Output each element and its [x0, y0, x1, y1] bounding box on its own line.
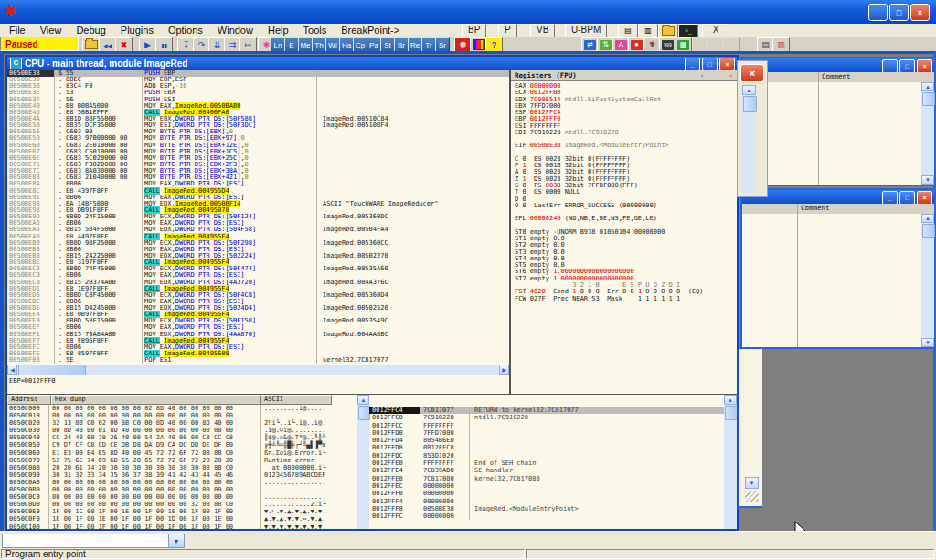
stack-scroll-thumb[interactable]: [725, 406, 737, 420]
stack-row[interactable]: 0012FFF80050BE38ImageRed.<ModuleEntryPoi…: [369, 505, 724, 512]
stack-pane[interactable]: 0012FFC47C817077RETURN to kernel32.7C817…: [369, 395, 724, 529]
dump-header-hex[interactable]: Hex dump: [51, 395, 261, 405]
menu-item-window[interactable]: Window: [210, 25, 261, 36]
menu-item-file[interactable]: File: [2, 25, 33, 36]
dump-row[interactable]: 0050C0A000 00 00 00 00 00 00 00 00 00 00…: [7, 479, 357, 486]
disasm-row[interactable]: 0050BE83.C683 21040000 00MOV BYTE PTR DS…: [7, 174, 509, 181]
dump-row[interactable]: 0050C0E01F 00 1C 00 1F 00 1E 00 1F 00 1E…: [7, 508, 357, 515]
disasm-row[interactable]: 0050BE3E.53PUSH EBX: [7, 90, 509, 96]
stack-row[interactable]: 0012FFE47C839AD8SE handler: [369, 467, 724, 474]
register-line[interactable]: T 0 GS 0000 NULL: [515, 189, 737, 195]
dump-row[interactable]: 0050C08020 20 61 74 20 30 30 30 30 30 30…: [7, 464, 357, 471]
stack-row[interactable]: 0012FFD80012FFC8: [369, 444, 724, 451]
stack-row[interactable]: 0012FFD07FFD7000: [369, 429, 724, 437]
title-bar[interactable]: ✱ _ □ ×: [0, 0, 936, 24]
scroll-up-icon[interactable]: ▲: [742, 85, 756, 95]
menu-item-tools[interactable]: Tools: [296, 25, 335, 36]
restart-button[interactable]: ◀◀: [99, 37, 116, 52]
run-button[interactable]: ▶: [139, 37, 156, 52]
scroll-up-icon[interactable]: ▲: [921, 214, 934, 223]
open-file-button[interactable]: [82, 37, 100, 52]
panel1-scroll-thumb[interactable]: [922, 92, 935, 106]
panel1-maximize-button[interactable]: □: [899, 59, 915, 73]
panel1-close-button[interactable]: ×: [917, 59, 932, 73]
menu-item-help[interactable]: Help: [261, 25, 296, 36]
panel2-maximize-button[interactable]: □: [899, 191, 915, 205]
pane-button-th[interactable]: Th: [312, 37, 326, 52]
register-line[interactable]: O 0 LastErr ERROR_SUCCESS (00000000): [515, 203, 737, 209]
panel2-minimize-button[interactable]: _: [882, 191, 898, 205]
dump-row[interactable]: 0050C00000 00 00 00 00 00 00 00 02 8D 40…: [7, 405, 357, 412]
plugin-window-button[interactable]: ▦: [675, 37, 692, 52]
resize-grip[interactable]: [745, 491, 759, 502]
panel2-close-button[interactable]: ×: [917, 191, 932, 205]
disasm-row[interactable]: 0050BEB0.8B0D 98F25000MOV ECX,DWORD PTR …: [7, 240, 509, 247]
pane-button-br[interactable]: Br: [394, 37, 409, 52]
panel1-scrollbar[interactable]: ▲ ▼: [921, 82, 934, 185]
toolbar-blank-button-3[interactable]: [723, 37, 740, 52]
pane-button-ln[interactable]: Ln: [271, 37, 285, 52]
pane-button-re[interactable]: Re: [408, 37, 422, 52]
disasm-row[interactable]: 0050BE38$55PUSH EBP: [7, 70, 509, 77]
cpu-maximize-button[interactable]: □: [702, 58, 718, 71]
dump-row[interactable]: 0050C07052 75 6E 74 69 6D 65 20 65 72 72…: [7, 457, 357, 464]
dump-header-address[interactable]: Address: [7, 395, 51, 405]
scroll-up-icon[interactable]: ▲: [357, 395, 369, 405]
pane-button-wi[interactable]: Wi: [325, 37, 340, 52]
pause-button[interactable]: ▮▮: [155, 37, 173, 52]
menu-item-breakpoint[interactable]: BreakPoint->: [334, 25, 407, 36]
minimize-button[interactable]: _: [868, 4, 888, 21]
log-icon[interactable]: ▥: [638, 24, 658, 37]
stack-row[interactable]: 0012FFC87C910228ntdll.7C910228: [369, 414, 724, 421]
menu-button-p[interactable]: P: [498, 24, 517, 37]
dump-row[interactable]: 0050C0B000 00 00 00 00 00 00 00 00 00 00…: [7, 486, 357, 493]
stack-row[interactable]: 0012FFD48054B6ED: [369, 437, 724, 444]
dump-row[interactable]: 0050C060E1 E3 00 E4 E5 8D 40 00 45 72 72…: [7, 449, 357, 457]
notepad-icon[interactable]: ▤: [618, 24, 638, 37]
console-icon[interactable]: >_: [678, 24, 698, 37]
help-button[interactable]: ?: [485, 37, 503, 52]
pane-button-me[interactable]: Me: [298, 37, 313, 52]
cpu-title-bar[interactable]: C CPU - main thread, module ImageRed _ □…: [7, 57, 737, 70]
disasm-row[interactable]: 0050BEC3.8B0D 74F45000MOV ECX,DWORD PTR …: [7, 266, 509, 272]
close-button[interactable]: ×: [910, 4, 930, 21]
strip-close-button[interactable]: ×: [740, 64, 764, 82]
dump-row[interactable]: 0050C050C9 D7 CF C8 CD CE DB D8 DA D9 CA…: [7, 441, 357, 449]
scroll-up-icon[interactable]: ▲: [921, 82, 934, 91]
register-line[interactable]: EFL 00000246 (NO,NB,E,BE,NS,PE,GE,LE): [515, 216, 737, 222]
menu-close-button[interactable]: X: [702, 24, 729, 37]
cpu-minimize-button[interactable]: _: [685, 58, 700, 71]
disasm-row[interactable]: 0050BF03.5EPOP ESIkernel32.7C817077: [7, 357, 509, 364]
disasm-row[interactable]: 0050BE3B.83C4 F0ADD ESP,-10: [7, 83, 509, 90]
disasm-hscrollbar[interactable]: ◀ ▶: [7, 365, 509, 375]
menu-button-bp[interactable]: BP: [462, 24, 486, 37]
comment-window-2-title-bar[interactable]: _ □ ×: [742, 190, 934, 204]
register-line[interactable]: EIP 0050BE38 ImageRed.<ModuleEntryPoint>: [515, 143, 737, 149]
disasm-row[interactable]: 0050BEF7.E8 F896F8FFCALL ImageRed.004955…: [7, 338, 509, 344]
stack-row[interactable]: 0012FFE87C817080kernel32.7C817080: [369, 475, 724, 482]
panel2-scrollbar[interactable]: ▲ ▼: [921, 214, 934, 347]
pane-button-e[interactable]: E: [284, 37, 299, 52]
scroll-right-icon[interactable]: ▶: [499, 365, 509, 375]
disasm-row[interactable]: 0050BE8C.E8 4397F8FFCALL ImageRed.004955…: [7, 188, 509, 195]
dump-row[interactable]: 0050C1001F 00 1F 00 1F 00 1F 00 1F 00 1F…: [7, 523, 357, 530]
disasm-row[interactable]: 0050BED6.8B0D C8F45000MOV ECX,DWORD PTR …: [7, 292, 509, 299]
dump-row[interactable]: 0050C0D000 00 00 00 00 00 00 00 00 00 00…: [7, 501, 357, 508]
stack-row[interactable]: 0012FFF400000000: [369, 498, 724, 505]
dump-row[interactable]: 0050C09030 31 32 33 34 35 36 37 38 39 41…: [7, 471, 357, 479]
menu-item-view[interactable]: View: [33, 25, 69, 36]
disassembly-pane[interactable]: 0050BE38$55PUSH EBP0050BE39.8BECMOV EBP,…: [7, 70, 509, 365]
stack-row[interactable]: 0012FFCCFFFFFFFF: [369, 422, 724, 429]
memory-dump-pane[interactable]: 0050C00000 00 00 00 00 00 00 00 02 8D 40…: [7, 405, 357, 529]
menu-item-debug[interactable]: Debug: [69, 25, 112, 36]
command-combobox[interactable]: ▼: [2, 534, 185, 548]
dump-row[interactable]: 0050C01000 00 00 00 00 00 00 00 00 00 00…: [7, 412, 357, 419]
scroll-up-icon[interactable]: ▲: [724, 395, 737, 405]
menu-item-plugins[interactable]: Plugins: [113, 25, 161, 36]
stack-row[interactable]: 0012FFDC853D1020: [369, 452, 724, 460]
comment-window-2-body[interactable]: [742, 214, 921, 347]
close-process-button[interactable]: ✖: [115, 37, 133, 52]
stack-row[interactable]: 0012FFF000000000: [369, 490, 724, 497]
scroll-down-icon[interactable]: ▼: [921, 175, 934, 185]
register-line[interactable]: FCW 027F Prec NEAR,53 Mask 1 1 1 1 1 1: [515, 296, 737, 302]
